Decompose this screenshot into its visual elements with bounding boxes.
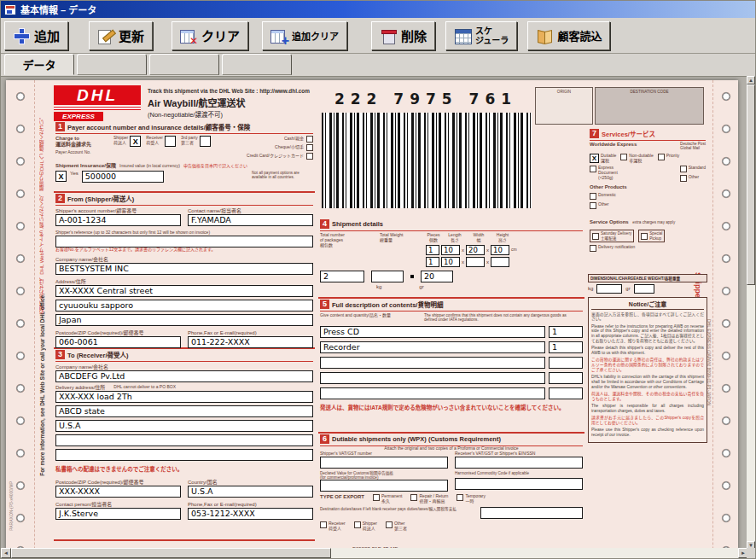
receiver-phone-field[interactable]: 053-1212-XXXX — [188, 508, 313, 520]
cash-checkbox[interactable] — [306, 136, 313, 143]
service-dutiable-checkbox[interactable]: X — [590, 154, 599, 163]
content-3-qty-field[interactable] — [549, 372, 583, 384]
dims-1-length-field[interactable]: 10 — [441, 257, 460, 267]
insurance-yes-checkbox[interactable]: X — [55, 171, 67, 182]
scroll-up-arrow[interactable]: ▲ — [747, 76, 755, 84]
receiver-address4-field[interactable] — [55, 434, 313, 446]
service-other-left-checkbox[interactable] — [590, 202, 596, 209]
service-expressdoc-checkbox[interactable] — [590, 166, 596, 172]
charge-3rdparty-checkbox[interactable] — [200, 136, 211, 147]
receiver-address2-field[interactable]: ABCD state — [55, 405, 313, 417]
duties-receiver-checkbox[interactable] — [320, 521, 327, 528]
declared-value-field[interactable] — [320, 480, 448, 492]
tab-empty-2[interactable] — [149, 54, 219, 75]
receiver-vat-field[interactable] — [455, 457, 583, 469]
export-permanent-checkbox[interactable] — [373, 494, 380, 501]
weight-int-field[interactable] — [371, 271, 404, 282]
vertical-scrollbar[interactable]: ▲ ▼ — [747, 76, 755, 550]
receiver-contact-field[interactable]: J.K.Sterve — [55, 508, 181, 520]
customer-load-button[interactable]: 顧客読込 — [527, 21, 610, 50]
service-other-right-label: Other — [689, 175, 700, 180]
dim-kg-field[interactable] — [596, 284, 622, 294]
service-nondutiable-checkbox[interactable] — [620, 154, 627, 160]
dims-0-width-field[interactable]: 20 — [466, 245, 485, 255]
receiver-postcode-field[interactable]: XXX-XXXX — [55, 486, 181, 498]
saturday-delivery-checkbox[interactable] — [592, 233, 599, 240]
add-button[interactable]: 追加 — [4, 21, 68, 50]
content-2-name-field[interactable] — [320, 357, 545, 369]
add-plus-icon — [13, 27, 30, 44]
duties-shipper-checkbox[interactable] — [354, 521, 361, 528]
dims-1-height-field[interactable] — [491, 257, 509, 267]
content-4-qty-field[interactable] — [549, 387, 583, 399]
dims-0-length-field[interactable]: 10 — [441, 245, 460, 255]
dims-1-width-field[interactable] — [466, 257, 485, 267]
cheque-checkbox[interactable] — [306, 144, 313, 151]
content-3-name-field[interactable] — [320, 372, 545, 384]
duties-other-checkbox[interactable] — [386, 521, 393, 528]
corner-print-code: PARAXON-(P3-x4000/MP — [9, 481, 14, 531]
tab-empty-3[interactable] — [222, 54, 292, 75]
vertical-scroll-thumb[interactable] — [747, 84, 755, 285]
delivery-notification-checkbox[interactable] — [590, 245, 596, 252]
dims-0-pieces-field[interactable]: 1 — [426, 245, 439, 255]
export-temporary-checkbox[interactable] — [457, 494, 463, 501]
insured-amount-field[interactable]: 500000 — [82, 171, 164, 183]
total-packages-field[interactable]: 2 — [320, 271, 364, 282]
charge-receiver-checkbox[interactable] — [165, 136, 176, 147]
horizontal-scroll-thumb[interactable] — [11, 548, 331, 558]
service-other-left-label: Other — [598, 202, 609, 207]
credit-card-checkbox[interactable] — [306, 153, 313, 160]
receiver-address1-field[interactable]: XXX-XXX load 2Th — [55, 391, 313, 403]
insured-value-label: Insured value (in local currency) — [119, 164, 180, 169]
shipper-reference-field[interactable] — [55, 236, 313, 247]
horizontal-scrollbar[interactable]: ◄ ► — [1, 548, 748, 558]
section-3-title: To (Receiver/荷受人) — [67, 350, 129, 359]
weight-dec-field[interactable]: 20 — [421, 271, 453, 282]
notice-paragraph: Please refer to the instructions for pre… — [591, 324, 704, 344]
content-2-qty-field[interactable] — [549, 357, 583, 369]
shipper-account-field[interactable]: A-001-1234 — [55, 214, 181, 226]
shipper-phone-field[interactable]: 011-222-XXXX — [188, 336, 313, 348]
service-domestic-checkbox[interactable] — [590, 193, 596, 200]
shipper-address2-field[interactable]: cyuuouku sapporo — [55, 300, 313, 312]
tab-data[interactable]: データ — [4, 54, 74, 75]
special-pickup-checkbox[interactable] — [641, 233, 648, 240]
content-1-name-field[interactable]: Recorder — [320, 341, 545, 353]
content-0-qty-field[interactable]: 1 — [549, 326, 583, 338]
update-button[interactable]: 更新 — [89, 21, 153, 50]
destination-duties-field[interactable] — [480, 507, 583, 519]
content-4-name-field[interactable] — [320, 387, 545, 399]
export-temporary-label: Temporary 一時 — [465, 494, 486, 504]
dims-1-pieces-field[interactable]: 1 — [426, 257, 439, 267]
service-other-right-checkbox[interactable] — [680, 175, 687, 182]
shipper-address1-field[interactable]: XX-XXXX Central street — [55, 285, 313, 297]
receiver-address3-field[interactable]: U.S.A — [55, 420, 313, 432]
section-from-shipper: 2 From (Shipper/荷送人) Shipper's account n… — [54, 193, 315, 349]
scheduler-button[interactable]: スケ ジューラ — [445, 21, 517, 50]
receiver-company-field[interactable]: ABCDEFG Pv.Ltd — [55, 370, 313, 382]
receiver-address5-field[interactable] — [55, 449, 313, 461]
dim-gr-field[interactable] — [634, 284, 654, 294]
shipper-address3-field[interactable]: Japan — [55, 314, 313, 326]
add-clear-button[interactable]: 追加クリア — [262, 21, 347, 50]
scroll-left-arrow[interactable]: ◄ — [1, 548, 11, 558]
receiver-country-field[interactable]: U.S.A — [188, 486, 313, 498]
content-1-qty-field[interactable]: 1 — [549, 341, 583, 353]
section-1-title: Payer account number and insurance detai… — [67, 122, 250, 131]
clear-button[interactable]: クリア — [172, 21, 248, 50]
contact-name-field[interactable]: F.YAMADA — [188, 214, 313, 226]
charge-shipper-checkbox[interactable]: X — [130, 136, 141, 147]
service-priority-checkbox[interactable] — [658, 154, 665, 160]
shipper-postcode-field[interactable]: 060-0061 — [55, 336, 181, 348]
dims-0-height-field[interactable]: 10 — [491, 245, 509, 255]
content-0-name-field[interactable]: Press CD — [320, 326, 545, 338]
delete-button[interactable]: 削除 — [371, 21, 435, 50]
section-1-number: 1 — [55, 122, 65, 131]
export-repair-checkbox[interactable] — [410, 494, 417, 501]
service-standard-checkbox[interactable] — [680, 166, 687, 172]
tab-empty-1[interactable] — [77, 54, 147, 75]
harmonised-code-field[interactable] — [455, 478, 583, 490]
shipper-company-field[interactable]: BESTSYSTEM INC — [55, 263, 313, 275]
shipper-vat-field[interactable] — [320, 457, 448, 469]
